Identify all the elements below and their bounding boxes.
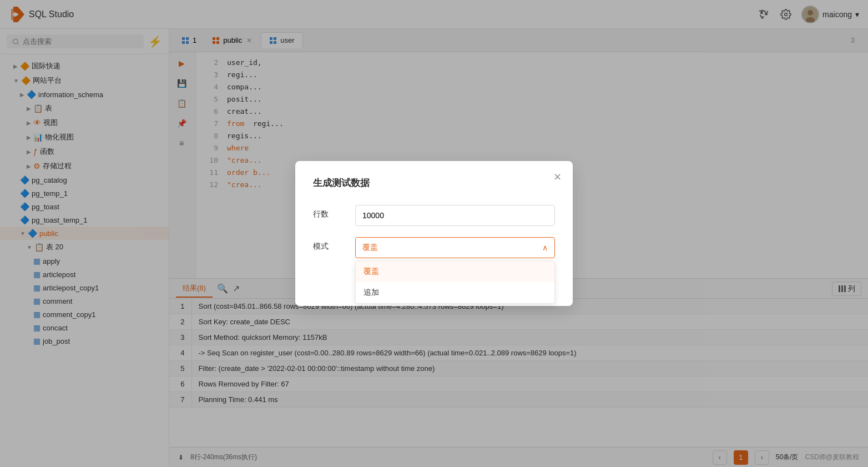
- mode-select[interactable]: 覆盖 ∧: [355, 237, 555, 258]
- mode-select-wrapper: 覆盖 ∧ 覆盖 追加: [355, 237, 555, 258]
- row-count-input[interactable]: [355, 205, 555, 226]
- row-count-label: 行数: [313, 205, 346, 219]
- mode-option-append[interactable]: 追加: [356, 282, 554, 303]
- mode-option-cover[interactable]: 覆盖: [356, 261, 554, 282]
- chevron-up-icon: ∧: [542, 243, 548, 252]
- generate-test-data-modal: 生成测试数据 ✕ 行数 模式 覆盖 ∧ 覆盖 追加 确定: [295, 161, 573, 306]
- mode-selected-value: 覆盖: [362, 243, 378, 253]
- mode-label: 模式: [313, 237, 346, 252]
- row-count-row: 行数: [313, 205, 555, 226]
- modal-overlay[interactable]: 生成测试数据 ✕ 行数 模式 覆盖 ∧ 覆盖 追加 确定: [0, 0, 868, 467]
- modal-close-button[interactable]: ✕: [553, 172, 562, 182]
- modal-title: 生成测试数据: [313, 177, 555, 189]
- mode-row: 模式 覆盖 ∧ 覆盖 追加: [313, 237, 555, 258]
- mode-dropdown: 覆盖 追加: [355, 260, 555, 304]
